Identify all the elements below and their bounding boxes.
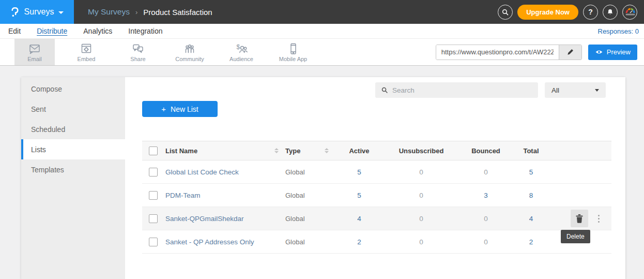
list-type: Global [285,238,305,246]
total-count-link[interactable]: 2 [529,238,533,246]
active-count-link[interactable]: 5 [357,168,361,176]
new-list-button[interactable]: + New List [142,101,218,117]
bounced-count-link[interactable]: 3 [484,192,488,199]
sidebar-item-templates[interactable]: Templates [21,159,125,180]
product-switcher[interactable]: Surveys [0,0,74,24]
list-controls: All [142,82,625,98]
list-type: Global [285,168,305,176]
breadcrumb: My Surveys › Product Satisfaction [88,7,212,17]
lists-content: All + New List List Name [125,77,625,279]
list-type: Global [285,215,305,223]
table-row: PDM-Team Global 5 0 3 8 [142,184,611,207]
email-sidebar: Compose Sent Scheduled Lists Templates [21,77,125,279]
new-list-label: New List [171,105,198,113]
header-list-name: List Name [165,147,197,155]
help-icon[interactable]: ? [583,5,598,20]
unsubscribed-count: 0 [419,192,423,199]
table-row: Global List Code Check Global 5 0 0 5 [142,160,611,184]
product-name: Surveys [24,7,54,17]
channel-embed[interactable]: Embed [66,39,106,65]
notifications-bell-icon[interactable] [603,5,618,20]
bounced-count: 0 [484,215,488,223]
header-total: Total [517,147,545,155]
table-header-row: List Name Type Active Unsubscribed Bounc… [142,141,611,160]
breadcrumb-survey-title: Product Satisfaction [143,8,212,17]
sidebar-item-lists[interactable]: Lists [21,139,125,159]
table-row-hovered: Sanket-QPGmailShekdar Global 4 0 0 4 [142,207,611,230]
tab-analytics[interactable]: Analytics [83,27,112,35]
email-distribution-panel: Compose Sent Scheduled Lists Templates [21,77,625,279]
unsubscribed-count: 0 [419,215,423,223]
upgrade-now-button[interactable]: Upgrade Now [517,5,578,20]
trash-icon [575,214,584,223]
search-icon [381,86,388,94]
audience-icon: $ [235,42,248,55]
avatar[interactable] [622,5,637,20]
preview-button[interactable]: Preview [588,45,637,60]
row-checkbox[interactable] [149,238,158,246]
channel-community[interactable]: Community [170,39,210,65]
list-name-link[interactable]: Sanket-QPGmailShekdar [165,215,244,223]
bounced-count: 0 [484,168,488,176]
plus-icon: + [161,105,166,113]
list-search-input[interactable] [392,86,532,94]
row-checkbox[interactable] [149,214,158,223]
active-count-link[interactable]: 4 [357,215,361,223]
sidebar-item-scheduled[interactable]: Scheduled [21,119,125,139]
sidebar-item-compose[interactable]: Compose [21,79,125,99]
share-icon [131,42,145,55]
channel-mobile-app[interactable]: Mobile App [273,39,313,65]
tab-integration[interactable]: Integration [128,27,162,35]
edit-url-pencil-icon[interactable] [559,45,581,60]
responses-count[interactable]: Responses: 0 [598,27,639,35]
channel-share[interactable]: Share [118,39,158,65]
lists-table: List Name Type Active Unsubscribed Bounc… [142,141,611,254]
channel-label: Email [27,56,42,62]
row-checkbox[interactable] [149,191,158,200]
eye-icon [595,49,603,55]
sort-type-icon[interactable] [325,148,329,153]
select-all-checkbox[interactable] [149,146,158,155]
toolbar-right: Preview [436,39,637,65]
embed-icon [80,42,93,55]
total-count-link[interactable]: 4 [529,215,533,223]
app-window: Surveys My Surveys › Product Satisfactio… [0,0,644,279]
row-checkbox[interactable] [149,168,158,177]
tab-distribute[interactable]: Distribute [37,27,67,35]
channel-label: Community [175,56,204,62]
breadcrumb-my-surveys[interactable]: My Surveys [88,7,130,17]
distribute-toolbar: Email Embed Share Community $ Audience [0,39,644,66]
search-icon[interactable] [498,5,513,20]
list-name-link[interactable]: Sanket - QP Addresses Only [165,238,254,246]
filter-value: All [551,86,559,94]
total-count-link[interactable]: 8 [529,192,533,199]
header-type: Type [285,147,300,155]
channel-label: Share [130,56,145,62]
header-bounced: Bounced [455,147,517,155]
page-body: Compose Sent Scheduled Lists Templates [0,66,644,279]
email-icon [28,42,41,55]
channel-email[interactable]: Email [14,39,55,65]
sort-list-name-icon[interactable] [274,148,279,153]
list-filter-dropdown[interactable]: All [545,82,606,98]
active-count-link[interactable]: 2 [357,238,361,246]
list-name-link[interactable]: Global List Code Check [165,168,239,176]
survey-nav: Edit Distribute Analytics Integration Re… [0,24,644,39]
row-menu-kebab-icon[interactable] [596,213,601,224]
survey-url-input[interactable] [436,45,559,60]
unsubscribed-count: 0 [419,238,423,246]
list-type: Global [285,192,305,199]
sidebar-item-sent[interactable]: Sent [21,99,125,119]
active-count-link[interactable]: 5 [357,192,361,199]
total-count-link[interactable]: 5 [529,168,533,176]
table-row: Sanket - QP Addresses Only Global 2 0 0 … [142,230,611,254]
list-name-link[interactable]: PDM-Team [165,192,201,199]
unsubscribed-count: 0 [419,168,423,176]
tab-edit[interactable]: Edit [8,27,21,35]
channel-audience[interactable]: $ Audience [221,39,262,65]
delete-list-button[interactable] [571,210,588,227]
community-icon [183,42,196,55]
channel-label: Audience [229,56,253,62]
survey-url-field [436,45,582,60]
list-search-box [375,82,538,98]
